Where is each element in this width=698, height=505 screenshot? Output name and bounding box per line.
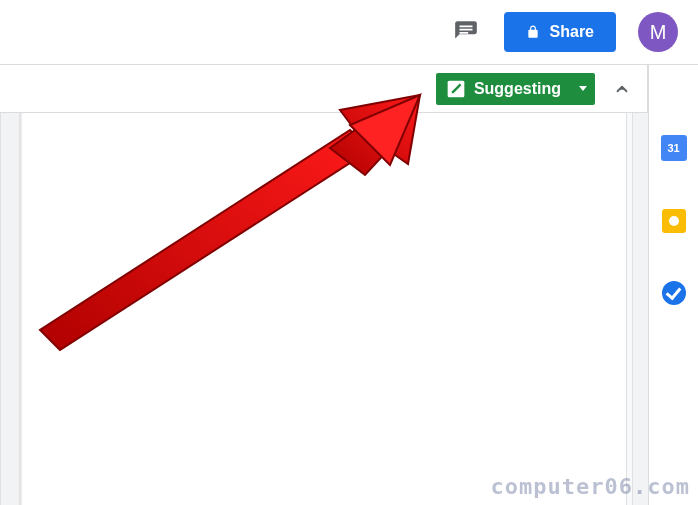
watermark-text: computer06.com <box>491 474 690 499</box>
svg-rect-1 <box>459 29 472 31</box>
vertical-scrollbar[interactable] <box>632 113 648 505</box>
document-page[interactable] <box>23 113 626 505</box>
toolbar: Suggesting <box>0 65 648 113</box>
calendar-icon[interactable]: 31 <box>661 135 687 161</box>
lock-icon <box>526 24 540 40</box>
document-area <box>0 113 648 505</box>
share-label: Share <box>550 23 594 41</box>
comment-icon <box>453 19 479 45</box>
tasks-icon[interactable] <box>662 281 686 305</box>
share-button[interactable]: Share <box>504 12 616 52</box>
collapse-toolbar-button[interactable] <box>605 72 639 106</box>
open-comments-button[interactable] <box>450 16 482 48</box>
keep-icon[interactable] <box>662 209 686 233</box>
left-gutter <box>0 113 20 505</box>
calendar-day: 31 <box>667 142 679 154</box>
caret-down-icon <box>579 86 587 91</box>
pencil-box-icon <box>446 79 466 99</box>
chevron-up-icon <box>613 80 631 98</box>
editing-mode-button[interactable]: Suggesting <box>436 73 595 105</box>
avatar-initial: M <box>650 21 667 44</box>
side-panel: 31 <box>648 65 698 505</box>
svg-rect-0 <box>459 26 472 28</box>
account-avatar[interactable]: M <box>638 12 678 52</box>
titlebar: Share M <box>0 0 698 64</box>
editing-mode-label: Suggesting <box>474 80 561 98</box>
svg-rect-2 <box>459 32 468 34</box>
